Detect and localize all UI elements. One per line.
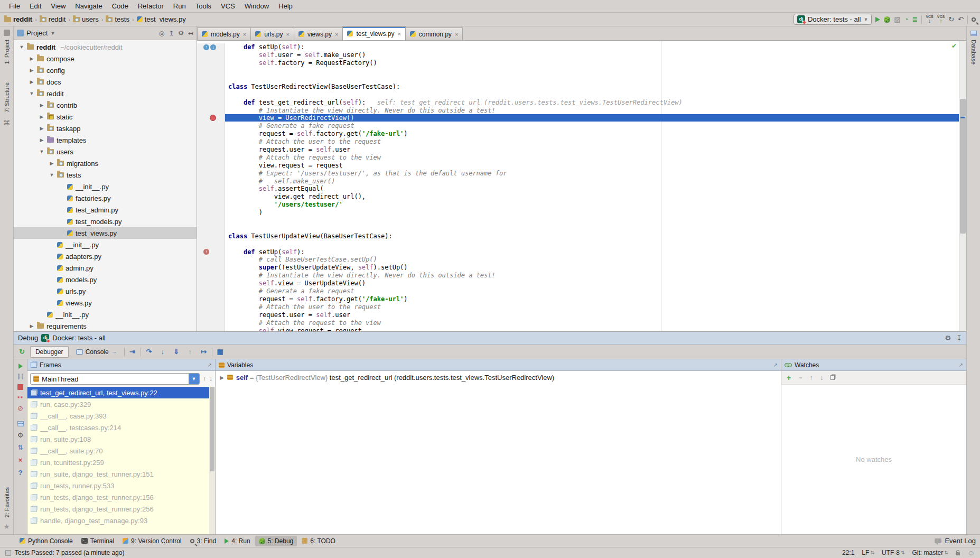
breadcrumb-item[interactable]: users	[73, 15, 99, 23]
tree-item--init-py[interactable]: __init__.py	[14, 239, 197, 250]
step-into-button[interactable]: ↓	[157, 348, 169, 356]
code-text[interactable]: self.view.request = request	[225, 327, 966, 332]
gutter[interactable]	[197, 146, 225, 154]
gutter[interactable]	[197, 256, 225, 264]
toolwindow-button-terminal[interactable]: >_Terminal	[78, 536, 118, 546]
pin-button[interactable]: ⇅	[17, 444, 23, 451]
code-line-25[interactable]: class TestUserUpdateView(BaseUserTestCas…	[197, 232, 966, 240]
gutter[interactable]	[197, 82, 225, 90]
menu-file[interactable]: File	[4, 1, 25, 11]
tree-item-contrib[interactable]: ▶contrib	[14, 99, 197, 111]
tree-item-reddit[interactable]: ▼reddit~/cookiecutter/reddit	[14, 41, 197, 53]
gutter[interactable]	[197, 193, 225, 201]
editor-tab-views-py[interactable]: views.py×	[294, 27, 343, 40]
code-text[interactable]: # Attach the request to the view	[225, 154, 966, 161]
settings-icon[interactable]: ⚙	[945, 334, 951, 342]
remove-watch-button[interactable]: −	[798, 374, 802, 382]
tree-item-test-admin-py[interactable]: test_admin.py	[14, 204, 197, 216]
breadcrumb-item[interactable]: test_views.py	[137, 15, 186, 23]
menu-window[interactable]: Window	[240, 1, 274, 11]
code-text[interactable]: self.view = UserUpdateView()	[225, 280, 966, 287]
search-everywhere-button[interactable]	[972, 17, 976, 22]
tree-item-test-models-py[interactable]: test_models.py	[14, 216, 197, 227]
code-text[interactable]: view = UserRedirectView()	[225, 114, 966, 122]
move-watch-down-button[interactable]: ↓	[820, 374, 823, 382]
code-text[interactable]: # Attach the request to the view	[225, 319, 966, 327]
tree-item-docs[interactable]: ▶docs	[14, 76, 197, 88]
profiler-button[interactable]: ◔	[904, 16, 909, 23]
locate-file-button[interactable]: ◎	[159, 30, 164, 37]
code-line-15[interactable]: # Attach the request to the view	[197, 153, 966, 161]
menu-view[interactable]: View	[46, 1, 70, 11]
gutter[interactable]	[197, 169, 225, 177]
menu-vcs[interactable]: VCS	[216, 1, 240, 11]
code-text[interactable]: def test_get_redirect_url(self): self: t…	[225, 99, 966, 106]
show-execution-point-button[interactable]: ⇥	[127, 348, 138, 356]
tab-debugger[interactable]: Debugger	[30, 346, 69, 358]
gutter[interactable]	[197, 153, 225, 161]
close-tab-icon[interactable]: ×	[286, 31, 289, 38]
gutter[interactable]	[197, 75, 225, 83]
encoding-select[interactable]: UTF-8⇅	[882, 549, 905, 556]
frame-row[interactable]: run_tests, django_test_runner.py:256	[27, 503, 215, 515]
step-out-button[interactable]: ↑	[184, 348, 196, 356]
code-line-37[interactable]: self.view.request = request	[197, 327, 966, 331]
gutter[interactable]	[197, 319, 225, 327]
close-tab-icon[interactable]: ×	[243, 31, 246, 38]
code-text[interactable]: request = self.factory.get('/fake-url')	[225, 295, 966, 303]
code-line-35[interactable]: request.user = self.user	[197, 311, 966, 319]
code-line-28[interactable]: # call BaseUserTestCase.setUp()	[197, 256, 966, 264]
close-tab-icon[interactable]: ×	[455, 31, 458, 38]
menu-navigate[interactable]: Navigate	[70, 1, 107, 11]
code-line-10[interactable]: view = UserRedirectView()	[197, 114, 966, 122]
evaluate-expression-button[interactable]: ▦	[214, 348, 226, 356]
code-line-17[interactable]: # Expect: '/users/testuser/', as that is…	[197, 169, 966, 177]
breadcrumb-item[interactable]: reddit	[40, 15, 66, 23]
close-button[interactable]: ×	[18, 456, 23, 464]
menu-run[interactable]: Run	[169, 1, 191, 11]
settings-icon[interactable]: ⚙	[178, 30, 184, 37]
float-panel-icon[interactable]: ↗	[208, 362, 212, 368]
toolwindow-button-python-console[interactable]: Python Console	[16, 536, 77, 546]
frame-row[interactable]: run_tests, django_test_runner.py:156	[27, 491, 215, 503]
code-text[interactable]: view.get_redirect_url(),	[225, 193, 966, 200]
frame-row[interactable]: handle, django_test_manage.py:93	[27, 515, 215, 526]
code-line-24[interactable]	[197, 224, 966, 232]
gutter[interactable]	[197, 59, 225, 67]
lock-icon[interactable]	[956, 552, 960, 555]
code-text[interactable]: # Generate a fake request	[225, 287, 966, 295]
tree-item-urls-py[interactable]: urls.py	[14, 285, 197, 297]
float-panel-icon[interactable]: ↗	[959, 362, 963, 368]
code-line-36[interactable]: # Attach the request to the view	[197, 319, 966, 327]
editor-scrollbar[interactable]	[959, 41, 966, 331]
tree-item-admin-py[interactable]: admin.py	[14, 262, 197, 274]
move-watch-up-button[interactable]: ↑	[809, 374, 813, 382]
hide-panel-button[interactable]: ↤	[188, 30, 193, 37]
tree-toggle-icon[interactable]: ▼	[39, 149, 44, 154]
toolwindow-button-version-control[interactable]: 9: Version Control	[119, 536, 185, 546]
variable-row[interactable]: ▶ self = {TestUserRedirectView} test_get…	[216, 371, 781, 384]
tree-toggle-icon[interactable]: ▶	[29, 323, 34, 329]
code-text[interactable]: request.user = self.user	[225, 311, 966, 319]
tree-item-reddit[interactable]: ▼reddit	[14, 88, 197, 99]
code-text[interactable]: request = self.factory.get('/fake-url')	[225, 130, 966, 137]
frame-row[interactable]: run, tcunittest.py:259	[27, 457, 215, 468]
code-line-31[interactable]: self.view = UserUpdateView()	[197, 280, 966, 287]
code-text[interactable]: # self.make_user()	[225, 178, 966, 185]
run-button[interactable]	[875, 17, 880, 22]
tree-item-adapters-py[interactable]: adapters.py	[14, 250, 197, 262]
code-line-16[interactable]: view.request = request	[197, 161, 966, 169]
tree-toggle-icon[interactable]: ▶	[29, 68, 34, 73]
code-line-21[interactable]: '/users/testuser/'	[197, 201, 966, 209]
hector-inspection-icon[interactable]: ☺	[967, 548, 975, 557]
code-line-13[interactable]: # Attach the user to the request	[197, 138, 966, 146]
code-text[interactable]: class TestUserRedirectView(BaseUserTestC…	[225, 83, 966, 90]
code-text[interactable]: # Instantiate the view directly. Never d…	[225, 272, 966, 279]
tree-item-static[interactable]: ▶static	[14, 111, 197, 123]
code-line-20[interactable]: view.get_redirect_url(),	[197, 193, 966, 201]
gutter[interactable]	[197, 303, 225, 311]
toolwindow-button-debug[interactable]: 5: Debug	[255, 536, 297, 546]
code-text[interactable]: # call BaseUserTestCase.setUp()	[225, 256, 966, 263]
code-text[interactable]: request.user = self.user	[225, 146, 966, 153]
overriding-method-icon[interactable]: ↑	[203, 249, 209, 255]
